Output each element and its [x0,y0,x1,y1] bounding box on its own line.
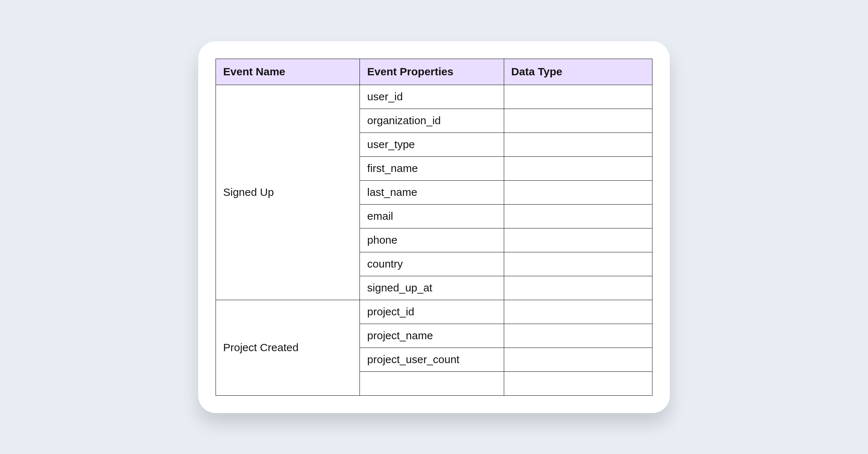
property-cell: country [360,252,504,276]
header-event-properties: Event Properties [360,59,504,85]
table-header-row: Event Name Event Properties Data Type [216,59,652,85]
property-cell [360,371,504,395]
header-data-type: Data Type [504,59,652,85]
datatype-cell [504,156,652,180]
datatype-cell [504,371,652,395]
datatype-cell [504,252,652,276]
datatype-cell [504,324,652,348]
datatype-cell [504,300,652,324]
table-card: Event Name Event Properties Data Type Si… [198,41,670,413]
property-cell: user_type [360,133,504,156]
property-cell: project_user_count [360,348,504,371]
property-cell: first_name [360,156,504,180]
table-row: Signed Up user_id [216,85,652,109]
header-event-name: Event Name [216,59,360,85]
datatype-cell [504,204,652,228]
datatype-cell [504,133,652,156]
datatype-cell [504,109,652,133]
datatype-cell [504,348,652,371]
property-cell: user_id [360,85,504,109]
datatype-cell [504,276,652,300]
events-table: Event Name Event Properties Data Type Si… [216,59,652,396]
property-cell: last_name [360,180,504,204]
event-name-cell: Project Created [216,300,360,395]
event-name-cell: Signed Up [216,85,360,300]
property-cell: project_name [360,324,504,348]
table-row: Project Created project_id [216,300,652,324]
property-cell: project_id [360,300,504,324]
datatype-cell [504,85,652,109]
datatype-cell [504,228,652,252]
property-cell: signed_up_at [360,276,504,300]
property-cell: organization_id [360,109,504,133]
datatype-cell [504,180,652,204]
property-cell: phone [360,228,504,252]
property-cell: email [360,204,504,228]
